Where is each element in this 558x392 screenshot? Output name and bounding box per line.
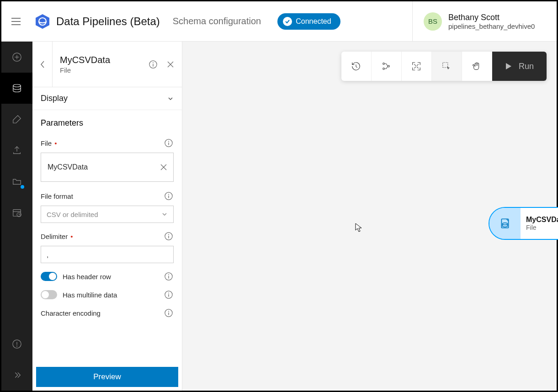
char-encoding-label: Character encoding: [41, 309, 101, 317]
info-icon[interactable]: [164, 231, 174, 241]
file-value: MyCSVData: [48, 163, 88, 171]
history-tool[interactable]: [341, 52, 372, 81]
svg-point-46: [388, 65, 390, 67]
clear-file-icon[interactable]: [160, 164, 167, 170]
app-header: Data Pipelines (Beta) Schema configurati…: [1, 1, 557, 42]
fit-tool[interactable]: [402, 52, 432, 81]
svg-point-24: [168, 141, 169, 142]
info-icon[interactable]: [164, 271, 174, 281]
close-button[interactable]: [162, 56, 179, 73]
svg-point-35: [168, 275, 169, 275]
node-title: MyCSVData: [526, 216, 558, 224]
avatar: BS: [424, 12, 442, 31]
app-title: Data Pipelines (Beta): [56, 15, 160, 28]
display-section-toggle[interactable]: Display: [32, 87, 182, 110]
canvas-toolbar: Run: [341, 52, 547, 81]
file-input[interactable]: MyCSVData: [41, 153, 174, 182]
svg-line-13: [19, 215, 20, 215]
file-label: File •: [41, 139, 57, 147]
menu-button[interactable]: [9, 14, 23, 29]
left-nav: [1, 42, 32, 391]
preview-button[interactable]: Preview: [36, 367, 178, 387]
panel-title: MyCSVData: [60, 55, 144, 65]
nav-expand[interactable]: [1, 360, 32, 391]
svg-line-43: [356, 67, 357, 68]
info-icon[interactable]: [164, 290, 174, 300]
nav-data[interactable]: [1, 73, 32, 104]
svg-point-45: [383, 68, 385, 70]
svg-point-41: [168, 311, 169, 312]
node-subtitle: File: [526, 224, 558, 231]
svg-point-38: [168, 293, 169, 294]
user-name: Bethany Scott: [448, 13, 535, 22]
file-format-value: CSV or delimited: [47, 211, 98, 218]
check-icon: [283, 17, 292, 26]
run-label: Run: [519, 62, 534, 71]
info-icon[interactable]: [164, 191, 174, 201]
svg-point-8: [13, 85, 21, 87]
parameters-heading: Parameters: [41, 118, 174, 128]
svg-marker-48: [506, 63, 511, 69]
back-button[interactable]: [32, 42, 53, 87]
delimiter-input[interactable]: [41, 246, 174, 263]
nav-help[interactable]: [1, 328, 32, 360]
file-format-label: File format: [41, 192, 73, 200]
svg-point-19: [153, 62, 154, 63]
nav-schedule[interactable]: [1, 197, 32, 228]
notification-badge: [21, 185, 24, 189]
properties-panel: MyCSVData File Display Parameters: [32, 42, 182, 391]
delimiter-label: Delimiter •: [41, 233, 73, 240]
has-header-toggle[interactable]: [41, 272, 57, 281]
connection-status-label: Connected: [296, 17, 331, 26]
canvas[interactable]: Run MyCSVData File: [182, 42, 557, 391]
display-section-label: Display: [41, 94, 68, 103]
has-header-label: Has header row: [63, 273, 111, 281]
cursor-icon: [355, 223, 362, 232]
connection-status-badge: Connected: [277, 13, 340, 30]
nav-add[interactable]: [1, 42, 32, 73]
pipeline-node[interactable]: MyCSVData File: [489, 207, 558, 240]
svg-marker-3: [36, 14, 49, 29]
database-icon: [489, 208, 521, 239]
nav-export[interactable]: [1, 135, 32, 166]
page-subtitle: Schema configuration: [173, 16, 261, 26]
pan-tool[interactable]: [462, 52, 492, 81]
select-tool[interactable]: [432, 52, 462, 81]
has-multiline-toggle[interactable]: [41, 290, 57, 299]
svg-point-50: [503, 223, 508, 225]
has-multiline-label: Has multiline data: [63, 291, 117, 299]
info-icon[interactable]: [144, 56, 162, 73]
svg-point-16: [17, 346, 17, 346]
info-icon[interactable]: [164, 308, 174, 318]
app-logo-icon: [34, 13, 51, 30]
run-button[interactable]: Run: [492, 52, 547, 81]
svg-point-29: [168, 194, 169, 195]
nav-tools[interactable]: [1, 104, 32, 135]
panel-subtitle: File: [60, 66, 144, 74]
nav-folder[interactable]: [1, 166, 32, 197]
file-format-select[interactable]: CSV or delimited: [41, 206, 174, 223]
user-menu[interactable]: BS Bethany Scott pipelines_bethany_devhi…: [412, 1, 549, 41]
user-org: pipelines_bethany_devhive0: [448, 22, 535, 30]
svg-point-32: [168, 234, 169, 235]
svg-point-44: [383, 63, 385, 65]
info-icon[interactable]: [164, 138, 174, 148]
layout-tool[interactable]: [372, 52, 402, 81]
